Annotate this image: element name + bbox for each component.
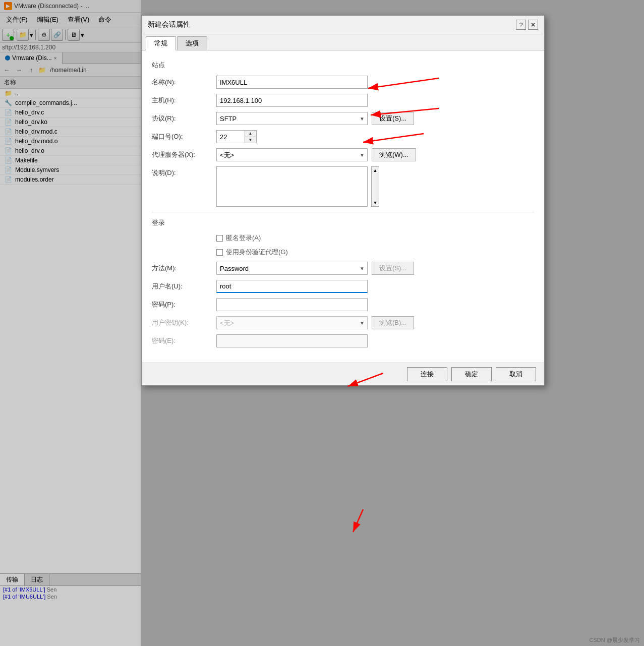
cancel-btn[interactable]: 取消 [496, 367, 536, 381]
connect-btn[interactable]: 连接 [407, 367, 447, 381]
username-label: 用户名(U): [152, 282, 212, 291]
dialog-tab-general[interactable]: 常规 [146, 36, 176, 50]
form-row-agent: 使用身份验证代理(G) [152, 248, 534, 257]
port-input[interactable] [217, 131, 245, 143]
form-row-method: 方法(M): Password Interactive Public key A… [152, 262, 534, 275]
dialog-tab-options[interactable]: 选项 [177, 36, 207, 50]
userkey-select-wrapper: <无> ▼ [216, 316, 368, 329]
port-spinner: ▲ ▼ [216, 130, 257, 143]
password-label: 密码(P): [152, 300, 212, 309]
form-row-desc: 说明(D): ▲ ▼ [152, 166, 534, 207]
method-label: 方法(M): [152, 264, 212, 273]
desc-scrollbar[interactable]: ▲ ▼ [371, 166, 379, 207]
port-up-btn[interactable]: ▲ [245, 131, 256, 137]
username-input[interactable] [216, 280, 368, 293]
form-row-keypassword: 密码(E): [152, 334, 534, 347]
new-session-dialog: 新建会话属性 ? × 常规 选项 站点 名称(N): 主机(H): 协议(R): [141, 15, 545, 386]
form-row-anonymous: 匿名登录(A) [152, 233, 534, 243]
dialog-body: 站点 名称(N): 主机(H): 协议(R): SFTP FTP FTPS SC… [142, 50, 544, 363]
userkey-label: 用户密钥(K): [152, 318, 212, 327]
method-settings-btn[interactable]: 设置(S)... [372, 262, 414, 275]
dialog-help-btn[interactable]: ? [516, 20, 526, 30]
dialog-controls: ? × [516, 20, 538, 30]
protocol-label: 协议(R): [152, 114, 212, 123]
protocol-select[interactable]: SFTP FTP FTPS SCP [216, 112, 368, 125]
form-row-protocol: 协议(R): SFTP FTP FTPS SCP ▼ 设置(S)... [152, 112, 534, 125]
dialog-title-text: 新建会话属性 [148, 20, 190, 29]
proxy-select-wrapper: <无> ▼ [216, 148, 368, 161]
desc-textarea-wrapper [216, 166, 368, 207]
anonymous-checkbox[interactable] [216, 235, 223, 242]
form-row-username: 用户名(U): [152, 280, 534, 293]
proxy-select[interactable]: <无> [216, 148, 368, 161]
proxy-label: 代理服务器(X): [152, 150, 212, 159]
station-section-title: 站点 [152, 61, 534, 70]
login-section-title: 登录 [152, 218, 534, 227]
agent-checkbox-label[interactable]: 使用身份验证代理(G) [216, 248, 288, 257]
login-section: 登录 匿名登录(A) 使用身份验证代理(G) 方法(M): [152, 212, 534, 347]
dialog-title-left: 新建会话属性 [148, 20, 190, 29]
form-row-host: 主机(H): [152, 94, 534, 107]
watermark: CSDN @晨少发学习 [590, 636, 640, 644]
desc-label: 说明(D): [152, 168, 212, 178]
userkey-select[interactable]: <无> [216, 316, 368, 329]
form-row-name: 名称(N): [152, 76, 534, 89]
userkey-browse-btn[interactable]: 浏览(B)... [372, 316, 414, 329]
form-row-proxy: 代理服务器(X): <无> ▼ 浏览(W)... [152, 148, 534, 161]
anonymous-checkbox-label[interactable]: 匿名登录(A) [216, 233, 261, 243]
anonymous-label: 匿名登录(A) [226, 233, 261, 243]
agent-label: 使用身份验证代理(G) [226, 248, 288, 257]
ok-btn[interactable]: 确定 [451, 367, 492, 381]
desc-textarea[interactable] [216, 166, 368, 207]
name-label: 名称(N): [152, 78, 212, 87]
dialog-title-bar: 新建会话属性 ? × [142, 16, 544, 34]
name-input[interactable] [216, 76, 368, 89]
method-select[interactable]: Password Interactive Public key Agent [216, 262, 368, 275]
form-row-password: 密码(P): [152, 298, 534, 311]
proxy-browse-btn[interactable]: 浏览(W)... [372, 148, 416, 161]
dialog-close-btn[interactable]: × [528, 20, 538, 30]
protocol-settings-btn[interactable]: 设置(S)... [372, 112, 414, 125]
password-input[interactable] [216, 298, 368, 311]
spinner-btns: ▲ ▼ [245, 131, 256, 143]
port-down-btn[interactable]: ▼ [245, 137, 256, 143]
dialog-tabs: 常规 选项 [142, 34, 544, 50]
method-select-wrapper: Password Interactive Public key Agent ▼ [216, 262, 368, 275]
host-input[interactable] [216, 94, 368, 107]
form-row-userkey: 用户密钥(K): <无> ▼ 浏览(B)... [152, 316, 534, 329]
protocol-select-wrapper: SFTP FTP FTPS SCP ▼ [216, 112, 368, 125]
form-row-port: 端口号(O): ▲ ▼ [152, 130, 534, 143]
port-label: 端口号(O): [152, 132, 212, 141]
agent-checkbox[interactable] [216, 249, 223, 256]
keypassword-input[interactable] [216, 334, 368, 347]
dialog-footer: 连接 确定 取消 [142, 363, 544, 385]
keypassword-label: 密码(E): [152, 336, 212, 345]
host-label: 主机(H): [152, 96, 212, 105]
